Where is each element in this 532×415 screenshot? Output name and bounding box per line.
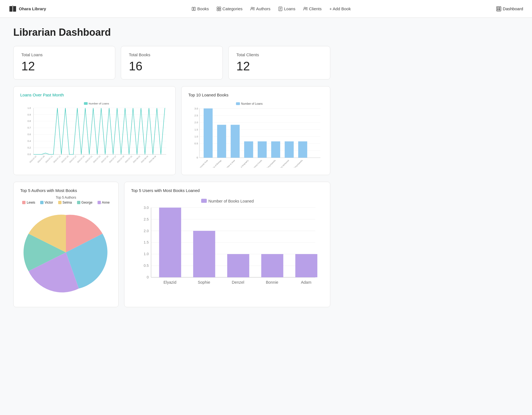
brand-name: Ohara Library: [19, 6, 46, 11]
svg-rect-110: [159, 208, 181, 277]
pie-subtitle: Top 5 Authors: [20, 196, 112, 199]
svg-rect-78: [231, 125, 240, 158]
svg-rect-111: [193, 231, 215, 277]
svg-rect-77: [217, 125, 226, 158]
svg-text:Adam: Adam: [301, 280, 311, 285]
users-svg: Number of Books Loaned 3.0 2.5 2.0 1.5 1…: [131, 196, 323, 300]
loans-line-chart: Number of Loans 1.0 0.9: [20, 100, 169, 165]
books-icon: [191, 7, 196, 11]
stat-card-clients: Total Clients 12: [228, 46, 330, 80]
svg-text:0: 0: [147, 275, 149, 279]
users-chart-title: Top 5 Users with Most Books Loaned: [131, 188, 323, 193]
svg-text:2024-07-19: 2024-07-19: [77, 155, 85, 163]
nav-dashboard: Dashboard: [496, 6, 523, 11]
svg-text:1.0: 1.0: [195, 135, 198, 138]
svg-rect-0: [9, 6, 12, 12]
svg-text:1.0: 1.0: [144, 252, 149, 256]
bottom-row: Top 5 Authors with Most Books Top 5 Auth…: [13, 182, 330, 307]
stat-value-books: 16: [129, 59, 215, 73]
svg-text:Elyazid: Elyazid: [163, 280, 177, 285]
svg-text:0.5: 0.5: [195, 142, 198, 145]
svg-text:2024-07-31: 2024-07-31: [124, 155, 132, 163]
legend-dot-anne: [98, 201, 101, 204]
nav-clients[interactable]: Clients: [303, 6, 322, 11]
svg-rect-19: [497, 9, 498, 10]
svg-text:2024-07-13: 2024-07-13: [53, 155, 61, 163]
svg-text:0.6: 0.6: [27, 133, 31, 136]
nav-categories[interactable]: Categories: [217, 6, 243, 11]
svg-text:0.5: 0.5: [144, 263, 149, 268]
loans-icon: [278, 7, 283, 11]
legend-label-victor: Victor: [45, 201, 53, 204]
nav-authors[interactable]: Authors: [250, 6, 270, 11]
svg-text:2024-08-06: 2024-08-06: [149, 155, 157, 163]
stat-value-clients: 12: [236, 59, 322, 73]
legend-lewis: Lewis: [22, 201, 35, 204]
stat-label-loans: Total Loans: [21, 52, 107, 57]
legend-label-selma: Selma: [63, 201, 72, 204]
nav-add-book[interactable]: + Add Book: [329, 6, 351, 11]
svg-rect-83: [298, 141, 308, 158]
svg-text:0.8: 0.8: [27, 120, 31, 122]
svg-rect-4: [217, 7, 219, 9]
legend-label-lewis: Lewis: [27, 201, 35, 204]
svg-rect-3: [194, 7, 195, 11]
stats-row: Total Loans 12 Total Books 16 Total Clie…: [13, 46, 330, 80]
svg-text:0.2: 0.2: [27, 146, 31, 149]
svg-text:3.0: 3.0: [195, 107, 198, 110]
legend-dot-george: [77, 201, 80, 204]
stat-label-clients: Total Clients: [236, 52, 322, 57]
svg-text:Space Encyclopedia: Space Encyclopedia: [289, 159, 303, 168]
svg-text:2.0: 2.0: [195, 121, 198, 124]
svg-text:0.9: 0.9: [27, 113, 31, 116]
svg-text:2024-07-17: 2024-07-17: [69, 155, 77, 163]
legend-selma: Selma: [58, 201, 72, 204]
top-books-chart-card: Top 10 Loaned Books Number of Loans: [181, 86, 330, 175]
nav-books[interactable]: Books: [191, 6, 209, 11]
top-books-chart-title: Top 10 Loaned Books: [188, 93, 323, 97]
svg-text:2024-07-21: 2024-07-21: [85, 155, 93, 163]
logo-icon: [9, 5, 17, 13]
dashboard-icon: [496, 6, 501, 11]
svg-text:2024-08-04: 2024-08-04: [140, 155, 149, 163]
nav-links: Books Categories Authors Loans Clients +…: [191, 6, 351, 11]
svg-rect-80: [258, 141, 267, 158]
pie-svg: [20, 207, 112, 298]
svg-text:Bonnie: Bonnie: [266, 280, 278, 285]
svg-rect-21: [84, 102, 88, 105]
svg-rect-17: [497, 7, 498, 9]
svg-point-14: [304, 7, 306, 9]
svg-text:0: 0: [197, 156, 198, 159]
svg-text:3.0: 3.0: [144, 206, 149, 210]
legend-label-anne: Anne: [102, 201, 110, 204]
stat-value-loans: 12: [21, 59, 107, 73]
svg-text:2024-07-07: 2024-07-07: [29, 155, 37, 163]
svg-text:2.5: 2.5: [144, 217, 149, 221]
legend-dot-selma: [58, 201, 62, 204]
stat-card-loans: Total Loans 12: [13, 46, 115, 80]
svg-text:Encyclopedia of Biology: Encyclopedia of Biology: [206, 159, 222, 168]
logo: Ohara Library: [9, 5, 46, 13]
categories-icon: [217, 7, 221, 11]
svg-text:2024-08-02: 2024-08-02: [132, 155, 140, 163]
svg-text:How to draw: How to draw: [226, 159, 236, 168]
nav-loans[interactable]: Loans: [278, 6, 295, 11]
svg-text:Sophie: Sophie: [198, 280, 210, 285]
svg-text:Genius Foods: Genius Foods: [252, 159, 263, 168]
svg-text:2024-07-29: 2024-07-29: [117, 155, 125, 163]
page-title: Librarian Dashboard: [13, 27, 330, 38]
svg-text:2024-07-15: 2024-07-15: [61, 155, 69, 163]
svg-rect-2: [192, 7, 193, 11]
svg-text:2024-07-27: 2024-07-27: [109, 155, 117, 163]
svg-point-9: [253, 7, 254, 9]
svg-rect-114: [295, 254, 318, 277]
svg-text:2024-07-25: 2024-07-25: [101, 155, 109, 163]
svg-rect-16: [497, 7, 501, 11]
svg-text:2024-07-09: 2024-07-09: [37, 155, 45, 163]
svg-text:The 5 seconds Rule: The 5 seconds Rule: [195, 159, 209, 168]
svg-text:2.0: 2.0: [144, 229, 149, 233]
svg-text:0.7: 0.7: [27, 126, 31, 129]
svg-rect-76: [204, 108, 213, 158]
svg-rect-57: [236, 102, 240, 105]
charts-row-1: Loans Over Past Month Number of Loans: [13, 86, 330, 175]
